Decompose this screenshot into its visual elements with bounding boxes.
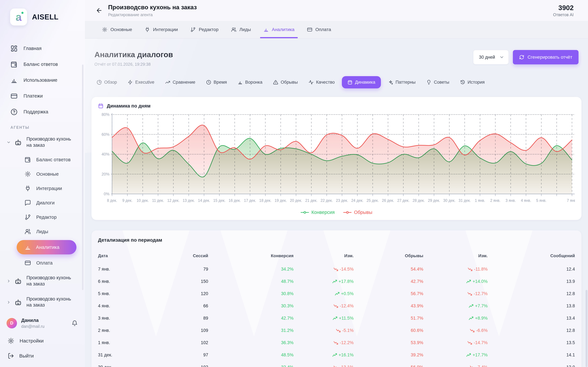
subtab-Динамика[interactable]: Динамика — [342, 76, 381, 88]
generate-report-button[interactable]: Сгенерировать отчёт — [513, 50, 579, 64]
cell-conversion: 48.5% — [208, 352, 294, 358]
cell-conversion-change: -12.4% — [294, 303, 354, 309]
table-title: Детализация по периодам — [98, 237, 575, 243]
table-header-row: ДатаСессийКонверсияИзм.ОбрывыИзм.Сообщен… — [98, 250, 575, 261]
tab-Основные[interactable]: Основные — [102, 21, 132, 38]
trend-down-icon — [333, 341, 338, 345]
subtab-Обрывы[interactable]: Обрывы — [270, 76, 301, 88]
agent-subitem-Аналитика[interactable]: Аналитика — [17, 240, 76, 254]
cell-date: 1 янв. — [98, 340, 146, 345]
cell-conversion: 34.2% — [208, 267, 294, 272]
agent-subitem-Редактор[interactable]: Редактор — [0, 210, 85, 224]
user-email: dan@mail.ru — [21, 324, 44, 329]
cell-sessions: 66 — [146, 303, 208, 309]
agent-subitem-Интеграции[interactable]: Интеграции — [0, 181, 85, 196]
tab-Аналитика[interactable]: Аналитика — [263, 21, 294, 38]
cell-date: 3 янв. — [98, 316, 146, 321]
subtab-Советы[interactable]: Советы — [423, 76, 453, 88]
logo[interactable]: a AISELL — [0, 8, 85, 25]
tab-Редактор[interactable]: Редактор — [190, 21, 219, 38]
cell-conversion-change: -13.1% — [294, 365, 354, 367]
cell-dropoffs: 60.6% — [354, 328, 423, 333]
zap-icon — [128, 80, 133, 85]
cell-sessions: 102 — [146, 340, 208, 345]
logout-label: Выйти — [19, 353, 34, 359]
svg-text:4 янв.: 4 янв. — [521, 198, 531, 203]
tab-Оплата[interactable]: Оплата — [307, 21, 331, 38]
tab-Интеграции[interactable]: Интеграции — [145, 21, 178, 38]
subtab-Время[interactable]: Время — [203, 76, 230, 88]
cell-messages: 13.4 — [488, 316, 575, 321]
bot-icon — [14, 277, 22, 285]
sidebar-item-3[interactable]: Платежи — [0, 88, 85, 104]
sidebar-item-0[interactable]: Главная — [0, 41, 85, 56]
sidebar-item-2[interactable]: Использование — [0, 72, 85, 88]
agent-toggle-0[interactable]: Производсво кухонь на заказ — [0, 131, 85, 152]
cell-dropoffs-change: -11.8% — [423, 267, 488, 272]
svg-text:5 янв.: 5 янв. — [536, 198, 547, 203]
column-header: Конверсия — [208, 253, 294, 258]
sparkles-icon — [388, 80, 393, 85]
subtab-Воронка[interactable]: Воронка — [234, 76, 266, 88]
page-content: Аналитика диалогов Отчёт от 07.01.2026, … — [85, 39, 588, 367]
cell-conversion: 30.8% — [208, 291, 294, 296]
table-row: 6 янв.15048.7%+17.8%42.7%+14.0%13.9 — [98, 275, 575, 288]
sidebar-scrollbar[interactable] — [82, 65, 83, 290]
agent-subitem-Диалоги[interactable]: Диалоги — [0, 196, 85, 210]
dynamics-chart: 0%20%40%60%80%8 дек.9 дек.10 дек.11 дек.… — [98, 110, 575, 209]
cell-sessions: 97 — [146, 352, 208, 358]
refresh-icon — [519, 55, 524, 60]
trend-down-icon — [470, 365, 475, 367]
svg-text:11 дек.: 11 дек. — [152, 198, 164, 203]
subtab-История[interactable]: История — [457, 76, 488, 88]
sidebar-item-4[interactable]: Поддержка — [0, 104, 85, 120]
subtab-Сравнение[interactable]: Сравнение — [162, 76, 199, 88]
trend-up-icon — [332, 279, 337, 284]
agent-subitem-Лиды[interactable]: Лиды — [0, 224, 85, 239]
agent-subitem-Основные[interactable]: Основные — [0, 167, 85, 181]
svg-text:13 дек.: 13 дек. — [183, 198, 195, 203]
trend-up-icon — [335, 292, 340, 296]
cell-dropoffs-change: +17.7% — [423, 352, 488, 358]
cell-dropoffs-change: -7.4% — [423, 365, 488, 367]
trend-up-icon — [332, 353, 337, 357]
cell-sessions: 102 — [146, 365, 208, 367]
subtab-Executive[interactable]: Executive — [124, 76, 158, 88]
user-profile[interactable]: D Данила dan@mail.ru — [0, 312, 85, 333]
report-date: Отчёт от 07.01.2026, 19:29:38 — [94, 62, 173, 67]
bars-icon — [263, 27, 269, 32]
back-button[interactable] — [96, 7, 103, 14]
cell-conversion: 30.3% — [208, 303, 294, 309]
cell-conversion: 32.4% — [208, 365, 294, 367]
sidebar-item-1[interactable]: Баланс ответов — [0, 56, 85, 72]
svg-text:28 дек.: 28 дек. — [413, 198, 425, 203]
sidebar-item-logout[interactable]: Выйти — [0, 348, 85, 363]
page-scrollbar[interactable] — [586, 0, 588, 367]
agent-subitem-Баланс ответов[interactable]: Баланс ответов — [0, 152, 85, 167]
subtab-Качество[interactable]: Качество — [305, 76, 338, 88]
agent-toggle-2[interactable]: Производсво кухонь на заказ — [0, 291, 85, 312]
page-title: Аналитика диалогов — [94, 50, 173, 59]
alert-icon — [273, 80, 278, 85]
agent-subitem-Оплата[interactable]: Оплата — [0, 256, 85, 270]
legend-marker-icon — [343, 211, 352, 214]
svg-text:3 янв.: 3 янв. — [506, 198, 516, 203]
users-icon — [231, 27, 237, 32]
cell-dropoffs: 43.9% — [354, 303, 423, 309]
trend-down-icon — [333, 267, 338, 271]
sidebar-item-settings[interactable]: Настройки — [0, 333, 85, 348]
subtab-Паттерны[interactable]: Паттерны — [384, 76, 419, 88]
table-row: 31 дек.9748.5%+16.1%39.2%+17.7%14.1 — [98, 349, 575, 361]
trend-down-icon — [467, 292, 472, 296]
tab-Лиды[interactable]: Лиды — [231, 21, 251, 38]
subtab-Обзор[interactable]: Обзор — [93, 76, 121, 88]
calendar-icon — [347, 80, 352, 85]
bars-icon — [238, 80, 243, 85]
period-select[interactable]: 30 дней — [473, 50, 508, 64]
svg-text:60%: 60% — [102, 132, 109, 137]
agent-title: Производсво кухонь на заказ — [108, 4, 197, 11]
stat-label: Ответов AI — [553, 12, 574, 17]
agent-toggle-1[interactable]: Производсво кухонь на заказ — [0, 270, 85, 291]
avatar: D — [7, 318, 17, 328]
notifications-button[interactable] — [72, 320, 78, 326]
